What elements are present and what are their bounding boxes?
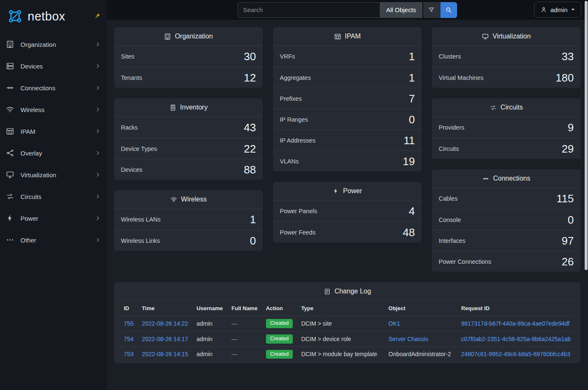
column-header-type[interactable]: Type [297, 301, 384, 316]
stat-value[interactable]: 7 [409, 93, 415, 104]
stat-value[interactable]: 1 [409, 72, 415, 83]
chevron-right-icon [95, 194, 101, 199]
stat-row-racks: Racks 43 [114, 117, 263, 138]
stat-value[interactable]: 97 [562, 235, 574, 246]
change-username: admin [197, 336, 212, 342]
change-time-link[interactable]: 2022-08-26 14:22 [142, 320, 188, 327]
search-input[interactable] [238, 2, 380, 18]
sidebar-item-organization[interactable]: Organization [0, 33, 107, 55]
changelog-table: ID Time Username Full Name Action Type O… [120, 301, 575, 362]
stat-value[interactable]: 115 [557, 193, 574, 204]
stat-value[interactable]: 26 [562, 256, 574, 267]
sidebar-item-other[interactable]: Other [0, 229, 107, 251]
sidebar-item-label: IPAM [20, 128, 89, 135]
stat-value[interactable]: 43 [244, 122, 256, 133]
stat-row-circuits: Circuits 29 [432, 138, 580, 159]
sidebar-item-label: Overlay [20, 150, 89, 157]
chevron-right-icon [95, 150, 101, 156]
stat-value[interactable]: 33 [562, 51, 574, 62]
user-menu-button[interactable]: admin [534, 2, 581, 18]
card-title: Organization [175, 33, 213, 40]
change-time-link[interactable]: 2022-08-26 14:15 [142, 351, 188, 357]
change-request-id-link[interactable]: 24807c61-9952-49c6-b8a5-69760bfcc4b3 [461, 351, 570, 357]
sidebar-item-wireless[interactable]: Wireless [0, 99, 107, 120]
stat-value[interactable]: 88 [244, 164, 256, 175]
stat-value[interactable]: 0 [250, 235, 256, 246]
stat-value[interactable]: 1 [409, 51, 415, 62]
sidebar-item-connections[interactable]: Connections [0, 77, 107, 99]
change-full-name: — [232, 336, 238, 342]
stat-row-providers: Providers 9 [432, 117, 580, 138]
column-header-time[interactable]: Time [138, 301, 192, 316]
stat-value[interactable]: 22 [244, 143, 256, 154]
change-time-link[interactable]: 2022-08-26 14:17 [142, 336, 188, 342]
stat-value[interactable]: 0 [409, 114, 415, 125]
change-type: DCIM > device role [301, 336, 351, 342]
stat-value[interactable]: 4 [409, 206, 415, 217]
stat-label: VRFs [280, 53, 295, 60]
sidebar-item-ipam[interactable]: IPAM [0, 120, 107, 142]
stat-label: Sites [121, 53, 134, 60]
stat-value[interactable]: 19 [403, 156, 415, 167]
vertical-scrollbar[interactable] [585, 1, 588, 270]
sidebar-item-circuits[interactable]: Circuits [0, 186, 107, 207]
column-header-object[interactable]: Object [384, 301, 457, 316]
stat-value[interactable]: 48 [403, 227, 415, 238]
status-badge: Created [266, 350, 293, 359]
change-id-link[interactable]: 754 [124, 336, 133, 342]
caret-down-icon [571, 8, 575, 12]
change-request-id-link[interactable]: 9817317d-b67f-440a-99ca-4ae07ede94df [461, 320, 570, 327]
circuits-card: Circuits Providers 9 Circuits 29 [432, 98, 580, 159]
stat-label: Virtual Machines [439, 74, 483, 81]
stat-label: Power Panels [280, 208, 317, 214]
card-title: Change Log [335, 288, 371, 295]
sidebar-item-devices[interactable]: Devices [0, 55, 107, 77]
pin-sidebar-icon[interactable] [93, 12, 102, 20]
stat-value[interactable]: 0 [568, 214, 574, 225]
card-title: Wireless [181, 196, 207, 203]
ipam-card: IPAM VRFs 1 Aggregates 1 Prefixes 7 [273, 27, 422, 171]
sidebar-item-label: Wireless [20, 106, 89, 113]
chevron-right-icon [95, 128, 101, 134]
netbox-dashboard: netbox Organization [0, 0, 588, 390]
stat-row-tenants: Tenants 12 [114, 67, 263, 88]
search-button[interactable] [440, 2, 457, 18]
virtualization-card: Virtualization Clusters 33 Virtual Machi… [432, 27, 580, 88]
stat-label: Racks [121, 124, 138, 131]
brand-header: netbox [0, 0, 107, 33]
object-type-button[interactable]: All Objects [380, 2, 422, 18]
column-header-id[interactable]: ID [120, 301, 138, 316]
dashboard-content: Organization Sites 30 Tenants 12 [107, 20, 588, 390]
stat-value[interactable]: 30 [244, 51, 256, 62]
stat-value[interactable]: 180 [556, 72, 574, 83]
change-object-link[interactable]: OK1 [389, 320, 400, 327]
column-header-request-id[interactable]: Request ID [457, 301, 575, 316]
stat-label: Circuits [439, 145, 459, 152]
stat-value[interactable]: 12 [244, 72, 256, 83]
stat-label: Wireless Links [121, 237, 160, 244]
sidebar-item-virtualization[interactable]: Virtualization [0, 164, 107, 186]
column-header-action[interactable]: Action [262, 301, 297, 316]
stat-value[interactable]: 29 [562, 143, 574, 154]
lightning-icon [332, 188, 339, 194]
filter-button[interactable] [423, 2, 440, 18]
change-request-id-link[interactable]: c07f0ab2-2351-4c58-825a-8b6a2425a1ab [461, 336, 571, 342]
stat-value[interactable]: 11 [404, 135, 415, 146]
stat-label: Interfaces [439, 237, 465, 244]
stat-label: Power Feeds [280, 229, 315, 236]
change-object-link[interactable]: Server Chassis [389, 336, 428, 342]
card-title: Virtualization [493, 33, 531, 40]
column-header-full-name[interactable]: Full Name [228, 301, 262, 316]
stat-value[interactable]: 9 [568, 122, 574, 133]
stat-value[interactable]: 1 [250, 214, 256, 225]
change-id-link[interactable]: 755 [124, 320, 133, 327]
change-id-link[interactable]: 753 [124, 351, 133, 357]
sidebar-item-overlay[interactable]: Overlay [0, 142, 107, 164]
stat-row-sites: Sites 30 [114, 46, 263, 67]
stat-row-interfaces: Interfaces 97 [432, 230, 580, 251]
column-header-username[interactable]: Username [192, 301, 228, 316]
sidebar-item-power[interactable]: Power [0, 207, 107, 229]
stat-row-vrfs: VRFs 1 [273, 46, 422, 67]
stat-row-power-feeds: Power Feeds 48 [273, 222, 422, 242]
stat-label: Wireless LANs [121, 216, 161, 223]
